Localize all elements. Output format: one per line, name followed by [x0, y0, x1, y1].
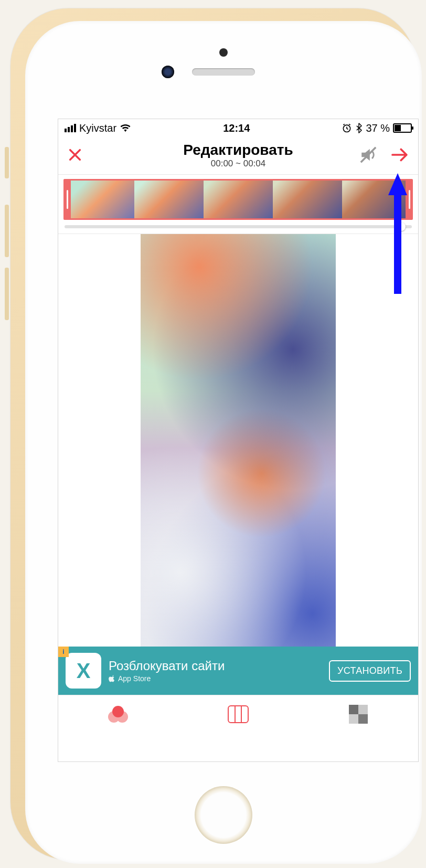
layout-tab[interactable] [178, 695, 299, 733]
ad-app-icon: X [66, 653, 101, 689]
ad-text: Розблокувати сайти App Store [109, 659, 225, 683]
timeline-thumb [342, 181, 411, 218]
carrier-label: Kyivstar [79, 122, 116, 134]
scrub-slider[interactable] [65, 225, 412, 228]
status-bar: Kyivstar 12:14 [58, 119, 418, 137]
ad-install-button[interactable]: УСТАНОВИТЬ [329, 660, 411, 682]
apple-icon [109, 675, 116, 682]
video-preview[interactable] [58, 234, 418, 647]
close-button[interactable] [68, 146, 82, 165]
bluetooth-icon [355, 123, 363, 133]
volume-up-button [5, 205, 9, 257]
battery-percent-label: 37 % [366, 122, 390, 134]
ad-title: Розблокувати сайти [109, 659, 225, 673]
filters-icon [108, 706, 128, 723]
home-button[interactable] [195, 786, 252, 844]
phone-frame-outer: Kyivstar 12:14 [10, 8, 416, 860]
ad-info-badge[interactable]: i [58, 647, 69, 657]
trim-handle-right[interactable] [406, 181, 413, 218]
timeline-thumb [65, 181, 134, 218]
ad-store-label: App Store [109, 674, 225, 683]
screen: Kyivstar 12:14 [58, 119, 419, 762]
timeline-thumb [273, 181, 342, 218]
ad-banner[interactable]: i X Розблокувати сайти App Store УСТАНОВ… [58, 647, 418, 695]
filters-tab[interactable] [58, 695, 178, 733]
pixelate-icon [349, 705, 368, 724]
volume-down-button [5, 268, 9, 320]
trim-handle-left[interactable] [63, 181, 71, 218]
clock-label: 12:14 [223, 122, 250, 134]
mute-switch [5, 147, 9, 178]
alarm-icon [342, 123, 352, 133]
timeline-thumb [204, 181, 273, 218]
status-left: Kyivstar [65, 122, 131, 134]
pixelate-tab[interactable] [298, 695, 418, 733]
phone-frame-inner: Kyivstar 12:14 [25, 21, 422, 864]
next-button[interactable] [391, 145, 409, 167]
mute-button[interactable] [359, 146, 377, 166]
volume-off-icon [359, 146, 377, 164]
preview-content [141, 234, 336, 647]
close-icon [68, 147, 82, 162]
bottom-tab-bar [58, 695, 418, 733]
front-camera [162, 66, 174, 78]
scrub-knob[interactable] [397, 223, 406, 231]
columns-icon [228, 705, 249, 723]
wifi-icon [120, 123, 131, 133]
cellular-signal-icon [65, 124, 76, 132]
arrow-right-icon [391, 147, 409, 162]
editor-header: Редактировать 00:00 ~ 00:04 [58, 137, 418, 175]
trim-track[interactable] [63, 179, 413, 220]
trim-section [58, 175, 418, 234]
proximity-sensor [219, 48, 228, 57]
status-right: 37 % [342, 122, 412, 134]
timeline-thumb [134, 181, 204, 218]
battery-icon [393, 123, 412, 133]
speaker-grille [192, 68, 255, 76]
